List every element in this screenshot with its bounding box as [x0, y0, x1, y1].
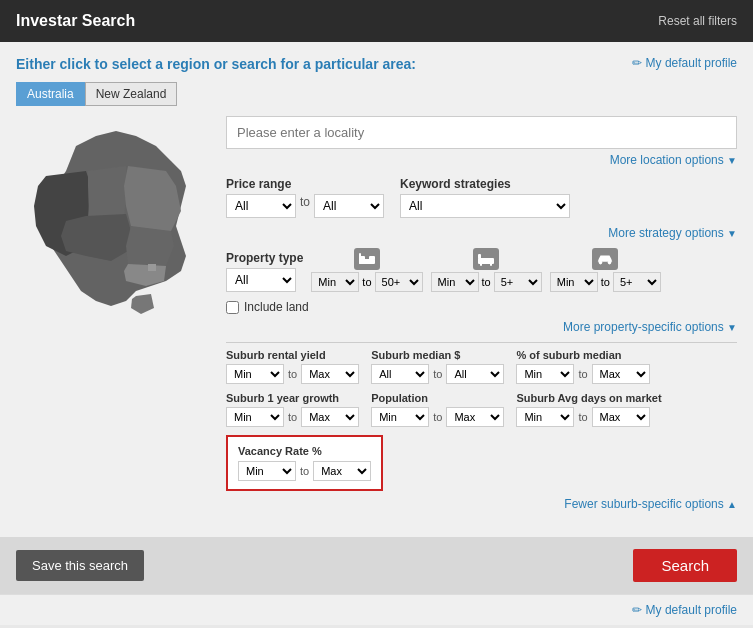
suburb-1yr-growth-label: Suburb 1 year growth [226, 392, 359, 404]
avg-days-min-select[interactable]: Min306090 [516, 407, 574, 427]
population-min-select[interactable]: Min10005000 [371, 407, 429, 427]
price-to-label: to [300, 195, 310, 214]
fewer-options-link[interactable]: Fewer suburb-specific options ▲ [226, 497, 737, 511]
search-button[interactable]: Search [633, 549, 737, 582]
form-area: More location options ▼ Price range All1… [226, 116, 737, 523]
chevron-down-icon-2: ▼ [727, 228, 737, 239]
app-title: Investar Search [16, 12, 135, 30]
bath-max-select[interactable]: 5+123 [494, 272, 542, 292]
suburb-avg-days-group: Suburb Avg days on market Min306090 to M… [516, 392, 661, 427]
vacancy-min-select[interactable]: Min1%2%3% [238, 461, 296, 481]
suburb-avg-days-label: Suburb Avg days on market [516, 392, 661, 404]
rental-yield-to: to [288, 368, 297, 380]
price-range-group: Price range All100k200k300k to All500k1M… [226, 177, 384, 218]
more-location-options-link[interactable]: More location options ▼ [226, 153, 737, 167]
footer-profile-link[interactable]: ✏ My default profile [632, 603, 737, 617]
car-max-select[interactable]: 5+12 [613, 272, 661, 292]
pct-median-max-select[interactable]: Max110%125% [592, 364, 650, 384]
include-land-checkbox[interactable] [226, 301, 239, 314]
vacancy-rate-label: Vacancy Rate % [238, 445, 371, 457]
car-icon-group: Min12 to 5+12 [550, 248, 661, 292]
tab-new-zealand[interactable]: New Zealand [85, 82, 178, 106]
suburb-rental-yield-group: Suburb rental yield Min2%3%4%5% to Max10… [226, 349, 359, 384]
more-property-specific-link[interactable]: More property-specific options ▼ [226, 320, 737, 334]
car-to-label: to [601, 276, 610, 288]
suburb-median-to-select[interactable]: All500k1M [446, 364, 504, 384]
header: Investar Search Reset all filters [0, 0, 753, 42]
section-title: Either click to select a region or searc… [16, 56, 416, 72]
bath-min-select[interactable]: Min123 [431, 272, 479, 292]
svg-rect-16 [490, 263, 492, 266]
property-type-section: Property type AllHouseUnitLand Min12 [226, 248, 737, 292]
include-land-label[interactable]: Include land [244, 300, 309, 314]
price-range-from-select[interactable]: All100k200k300k [226, 194, 296, 218]
bed-min-select[interactable]: Min1234 [311, 272, 359, 292]
car-min-select[interactable]: Min12 [550, 272, 598, 292]
svg-marker-2 [88, 166, 128, 221]
population-to: to [433, 411, 442, 423]
growth-max-select[interactable]: Max20%30% [301, 407, 359, 427]
bed-max-select[interactable]: 50+123 [375, 272, 423, 292]
bed-icon [354, 248, 380, 270]
vacancy-rate-inputs: Min1%2%3% to Max5%10% [238, 461, 371, 481]
avg-days-max-select[interactable]: Max120180 [592, 407, 650, 427]
svg-rect-12 [359, 253, 361, 264]
top-profile-link[interactable]: ✏ My default profile [632, 56, 737, 70]
property-type-select[interactable]: AllHouseUnitLand [226, 268, 296, 292]
svg-point-18 [608, 261, 612, 265]
population-group: Population Min10005000 to Max50000100000 [371, 392, 504, 427]
top-section: Either click to select a region or searc… [16, 56, 737, 72]
price-range-label: Price range [226, 177, 384, 191]
tab-australia[interactable]: Australia [16, 82, 85, 106]
pct-suburb-median-group: % of suburb median Min50%75%90% to Max11… [516, 349, 649, 384]
svg-point-17 [599, 261, 603, 265]
car-icon [592, 248, 618, 270]
vacancy-rate-box: Vacancy Rate % Min1%2%3% to Max5%10% [226, 435, 383, 491]
footer: ✏ My default profile [0, 594, 753, 625]
pct-median-min-select[interactable]: Min50%75%90% [516, 364, 574, 384]
app-container: Investar Search Reset all filters Either… [0, 0, 753, 625]
more-strategy-options-link[interactable]: More strategy options ▼ [226, 226, 737, 240]
vacancy-max-select[interactable]: Max5%10% [313, 461, 371, 481]
bed-to-label: to [362, 276, 371, 288]
stats-row-1: Suburb rental yield Min2%3%4%5% to Max10… [226, 349, 737, 384]
property-type-row: Property type AllHouseUnitLand Min12 [226, 248, 737, 292]
property-type-label: Property type [226, 251, 303, 265]
include-land-group: Include land [226, 300, 737, 314]
stats-row-2: Suburb 1 year growth Min2%5%10% to Max20… [226, 392, 737, 427]
reset-filters-button[interactable]: Reset all filters [658, 14, 737, 28]
suburb-median-from-select[interactable]: All100k200k [371, 364, 429, 384]
pct-median-to: to [578, 368, 587, 380]
bath-to-label: to [482, 276, 491, 288]
bottom-bar: Save this search Search [0, 537, 753, 594]
population-label: Population [371, 392, 504, 404]
svg-marker-8 [148, 264, 156, 271]
bath-icon [473, 248, 499, 270]
price-range-to-select[interactable]: All500k1M2M [314, 194, 384, 218]
svg-rect-14 [478, 254, 481, 259]
bath-icon-group: Min123 to 5+123 [431, 248, 542, 292]
growth-min-select[interactable]: Min2%5%10% [226, 407, 284, 427]
svg-rect-15 [480, 263, 482, 266]
pencil-icon: ✏ [632, 56, 645, 70]
chevron-up-icon: ▲ [727, 499, 737, 510]
divider [226, 342, 737, 343]
main-content: Either click to select a region or searc… [0, 42, 753, 537]
keyword-strategies-label: Keyword strategies [400, 177, 570, 191]
australia-map[interactable] [16, 116, 216, 336]
vacancy-to-label: to [300, 465, 309, 477]
chevron-down-icon-3: ▼ [727, 322, 737, 333]
save-search-button[interactable]: Save this search [16, 550, 144, 581]
keyword-strategies-select[interactable]: AllCapital growthHigh yield [400, 194, 570, 218]
population-max-select[interactable]: Max50000100000 [446, 407, 504, 427]
suburb-median-group: Suburb median $ All100k200k to All500k1M [371, 349, 504, 384]
map-area [16, 116, 216, 523]
growth-to: to [288, 411, 297, 423]
pencil-icon-footer: ✏ [632, 603, 645, 617]
rental-yield-min-select[interactable]: Min2%3%4%5% [226, 364, 284, 384]
property-type-group: Property type AllHouseUnitLand [226, 251, 303, 292]
keyword-strategies-group: Keyword strategies AllCapital growthHigh… [400, 177, 570, 218]
locality-input[interactable] [226, 116, 737, 149]
bed-icon-group: Min1234 to 50+123 [311, 248, 422, 292]
rental-yield-max-select[interactable]: Max10%15%20% [301, 364, 359, 384]
